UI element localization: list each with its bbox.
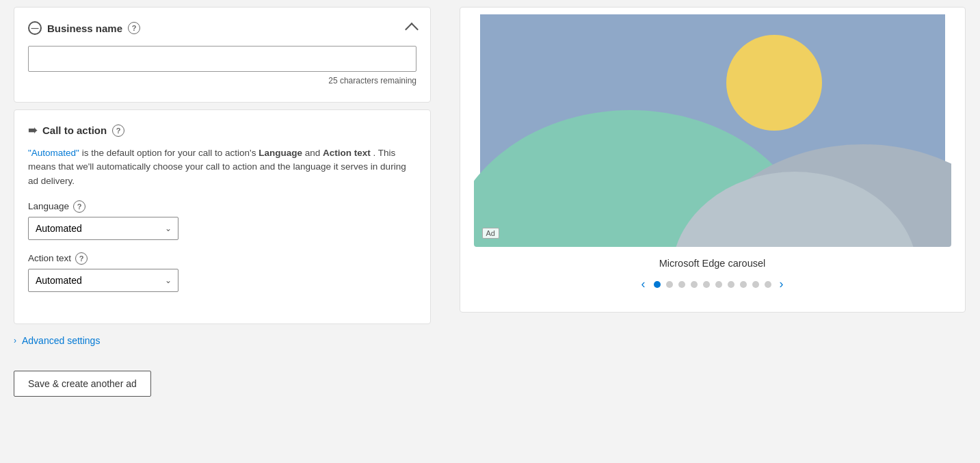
char-remaining-text: 25 characters remaining	[28, 76, 416, 85]
language-help-icon[interactable]: ?	[73, 200, 85, 213]
carousel-dot-4[interactable]	[691, 281, 698, 288]
business-name-header: — Business name ?	[28, 21, 416, 35]
cta-action-strong: Action text	[323, 148, 371, 158]
language-field-label: Language ?	[28, 200, 416, 213]
bottom-bar: Save & create another ad	[14, 371, 431, 397]
preview-image-svg	[474, 14, 951, 247]
carousel-dot-2[interactable]	[666, 281, 673, 288]
action-text-label-text: Action text	[28, 253, 71, 263]
cta-language-strong: Language	[259, 148, 302, 158]
cta-automated-ref: "Automated"	[28, 148, 79, 158]
business-name-title: Business name	[47, 23, 122, 34]
business-name-card: — Business name ? 25 characters remainin…	[14, 7, 431, 103]
language-dropdown-wrapper: Automated English French German Spanish …	[28, 217, 178, 240]
carousel-dot-1[interactable]	[654, 281, 661, 288]
minus-icon: —	[28, 21, 42, 35]
save-create-button[interactable]: Save & create another ad	[14, 371, 151, 397]
right-panel: Ad Microsoft Edge carousel ‹ ›	[445, 0, 980, 463]
action-text-dropdown-wrapper: Automated Learn More Sign Up Shop Now Co…	[28, 269, 178, 292]
language-dropdown[interactable]: Automated English French German Spanish	[28, 217, 178, 240]
carousel-dot-10[interactable]	[765, 281, 771, 288]
carousel-label: Microsoft Edge carousel	[474, 258, 951, 269]
cta-desc-part1: is the default option for your call to a…	[82, 148, 259, 158]
cta-desc-and: and	[305, 148, 323, 158]
cta-header: ➠ Call to action ?	[28, 124, 416, 137]
ad-badge: Ad	[482, 228, 499, 239]
business-name-title-group: — Business name ?	[28, 21, 140, 35]
cta-title: Call to action	[42, 124, 107, 136]
carousel-prev-button[interactable]: ‹	[639, 277, 648, 291]
carousel-dots: ‹ ›	[474, 277, 951, 291]
char-count: 25	[328, 76, 337, 85]
business-name-input[interactable]	[28, 46, 416, 72]
cta-help-icon[interactable]: ?	[112, 124, 124, 137]
collapse-icon[interactable]	[405, 23, 419, 36]
action-text-dropdown[interactable]: Automated Learn More Sign Up Shop Now Co…	[28, 269, 178, 292]
advanced-settings-row[interactable]: › Advanced settings	[14, 335, 431, 346]
svg-point-2	[726, 35, 822, 131]
cta-icon: ➠	[28, 124, 37, 137]
advanced-settings-chevron: ›	[14, 336, 16, 345]
business-name-help-icon[interactable]: ?	[128, 22, 140, 34]
cta-card: ➠ Call to action ? "Automated" is the de…	[14, 109, 431, 324]
carousel-dot-3[interactable]	[678, 281, 685, 288]
carousel-next-button[interactable]: ›	[777, 277, 786, 291]
cta-description: "Automated" is the default option for yo…	[28, 146, 416, 188]
carousel-dot-5[interactable]	[703, 281, 710, 288]
char-remaining-label: characters remaining	[340, 76, 416, 85]
carousel-dot-9[interactable]	[752, 281, 759, 288]
carousel-dot-6[interactable]	[715, 281, 722, 288]
action-text-help-icon[interactable]: ?	[75, 252, 88, 265]
preview-image-wrap: Ad	[474, 14, 951, 247]
action-text-field-label: Action text ?	[28, 252, 416, 265]
carousel-dot-8[interactable]	[740, 281, 747, 288]
carousel-dot-7[interactable]	[728, 281, 734, 288]
preview-card: Ad Microsoft Edge carousel ‹ ›	[460, 7, 966, 313]
advanced-settings-label: Advanced settings	[22, 335, 100, 346]
left-panel: — Business name ? 25 characters remainin…	[0, 0, 445, 463]
language-label-text: Language	[28, 201, 69, 211]
